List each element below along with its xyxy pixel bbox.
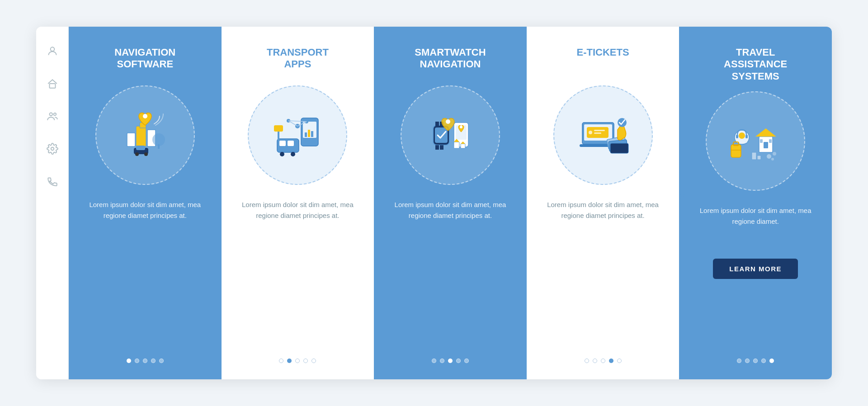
dot-5-2 bbox=[745, 359, 750, 363]
card-title-2: TRANSPORT APPS bbox=[267, 47, 329, 76]
svg-rect-5 bbox=[136, 126, 146, 146]
svg-line-31 bbox=[288, 121, 297, 126]
svg-point-52 bbox=[589, 131, 592, 134]
main-container: NAVIGATION SOFTWARE bbox=[36, 27, 832, 379]
svg-point-47 bbox=[446, 119, 450, 124]
svg-rect-63 bbox=[769, 139, 772, 143]
svg-point-14 bbox=[144, 152, 148, 156]
chevron-3: » bbox=[527, 190, 533, 202]
dot-3-2 bbox=[440, 359, 444, 363]
svg-rect-27 bbox=[278, 132, 279, 140]
card-desc-1: Lorem ipsum dolor sit dim amet, mea regi… bbox=[83, 199, 207, 240]
svg-rect-57 bbox=[610, 143, 628, 153]
dot-row-3 bbox=[432, 359, 469, 363]
svg-point-13 bbox=[135, 152, 139, 156]
dot-5-3 bbox=[753, 359, 758, 363]
dot-2-2 bbox=[287, 359, 292, 363]
dot-4-1 bbox=[585, 359, 589, 363]
svg-rect-67 bbox=[745, 135, 748, 138]
svg-rect-43 bbox=[454, 142, 459, 148]
people-icon[interactable] bbox=[44, 108, 61, 124]
card-desc-3: Lorem ipsum dolor sit dim amet, mea regi… bbox=[388, 199, 512, 240]
svg-rect-61 bbox=[764, 142, 768, 148]
svg-rect-39 bbox=[440, 145, 443, 150]
dot-row-2 bbox=[279, 359, 316, 363]
svg-point-75 bbox=[771, 158, 774, 161]
learn-more-button[interactable]: LEARN MORE bbox=[713, 259, 798, 279]
svg-point-3 bbox=[53, 113, 56, 115]
svg-rect-19 bbox=[308, 130, 310, 137]
dot-2-5 bbox=[311, 359, 316, 363]
card-desc-5: Lorem ipsum dolor sit dim amet, mea regi… bbox=[693, 205, 817, 246]
card-e-tickets: E-TICKETS bbox=[527, 27, 679, 379]
card-title-1: NAVIGATION SOFTWARE bbox=[114, 47, 175, 76]
svg-rect-8 bbox=[127, 133, 135, 146]
chevron-4: » bbox=[680, 190, 686, 202]
svg-rect-26 bbox=[274, 125, 283, 132]
svg-point-74 bbox=[773, 152, 776, 156]
svg-rect-22 bbox=[279, 141, 286, 146]
dot-2-3 bbox=[295, 359, 300, 363]
dot-2-1 bbox=[279, 359, 283, 363]
settings-icon[interactable] bbox=[44, 141, 61, 157]
dot-3-4 bbox=[456, 359, 461, 363]
dot-1-4 bbox=[151, 359, 156, 363]
chevron-2: » bbox=[375, 190, 381, 202]
svg-rect-23 bbox=[288, 141, 294, 146]
card-desc-2: Lorem ipsum dolor sit dim amet, mea regi… bbox=[236, 199, 360, 240]
svg-rect-18 bbox=[305, 132, 307, 137]
svg-rect-20 bbox=[311, 131, 313, 137]
dot-5-4 bbox=[761, 359, 766, 363]
card-navigation-software: NAVIGATION SOFTWARE bbox=[69, 27, 222, 379]
dot-4-4 bbox=[609, 359, 613, 363]
svg-point-4 bbox=[51, 147, 54, 151]
svg-point-9 bbox=[152, 133, 165, 146]
dot-4-5 bbox=[617, 359, 622, 363]
svg-rect-62 bbox=[760, 139, 763, 143]
home-icon[interactable] bbox=[44, 76, 61, 92]
dot-row-5 bbox=[737, 359, 774, 363]
dot-3-3 bbox=[448, 359, 453, 363]
phone-icon[interactable] bbox=[44, 173, 61, 189]
card-title-3: SMARTWATCH NAVIGATION bbox=[415, 47, 486, 76]
dot-2-4 bbox=[303, 359, 308, 363]
illus-e-tickets bbox=[553, 85, 653, 185]
card-smartwatch-navigation: SMARTWATCH NAVIGATION bbox=[374, 27, 527, 379]
svg-point-73 bbox=[767, 154, 771, 159]
svg-rect-10 bbox=[158, 144, 160, 149]
card-desc-4: Lorem ipsum dolor sit dim amet, mea regi… bbox=[541, 199, 665, 240]
dot-5-5 bbox=[769, 359, 774, 363]
cards-row: NAVIGATION SOFTWARE bbox=[69, 27, 832, 379]
svg-point-25 bbox=[291, 152, 295, 156]
svg-rect-36 bbox=[435, 122, 439, 126]
illus-navigation-software bbox=[95, 85, 195, 185]
card-title-5: TRAVEL ASSISTANCE SYSTEMS bbox=[724, 47, 787, 82]
user-icon[interactable] bbox=[44, 43, 61, 59]
dot-3-1 bbox=[432, 359, 436, 363]
svg-rect-68 bbox=[731, 145, 741, 157]
chevron-1: » bbox=[222, 190, 228, 202]
dot-1-1 bbox=[127, 359, 131, 363]
illus-smartwatch-navigation bbox=[401, 85, 500, 185]
dot-1-2 bbox=[135, 359, 139, 363]
svg-point-0 bbox=[50, 47, 54, 51]
card-travel-assistance: TRAVEL ASSISTANCE SYSTEMS bbox=[679, 27, 832, 379]
dot-1-5 bbox=[159, 359, 164, 363]
dot-1-3 bbox=[143, 359, 147, 363]
svg-rect-35 bbox=[435, 127, 448, 143]
svg-rect-12 bbox=[136, 146, 145, 150]
illus-travel-assistance bbox=[706, 91, 805, 191]
svg-rect-71 bbox=[752, 152, 756, 160]
svg-point-65 bbox=[739, 132, 745, 139]
dot-5-1 bbox=[737, 359, 741, 363]
svg-rect-66 bbox=[736, 135, 738, 138]
svg-point-2 bbox=[49, 113, 52, 116]
dot-4-3 bbox=[601, 359, 605, 363]
svg-marker-60 bbox=[755, 128, 776, 137]
svg-rect-72 bbox=[757, 156, 761, 160]
svg-point-15 bbox=[143, 114, 147, 118]
sidebar bbox=[36, 27, 69, 379]
dot-row-4 bbox=[585, 359, 622, 363]
svg-point-42 bbox=[460, 126, 462, 128]
svg-rect-38 bbox=[435, 145, 439, 150]
